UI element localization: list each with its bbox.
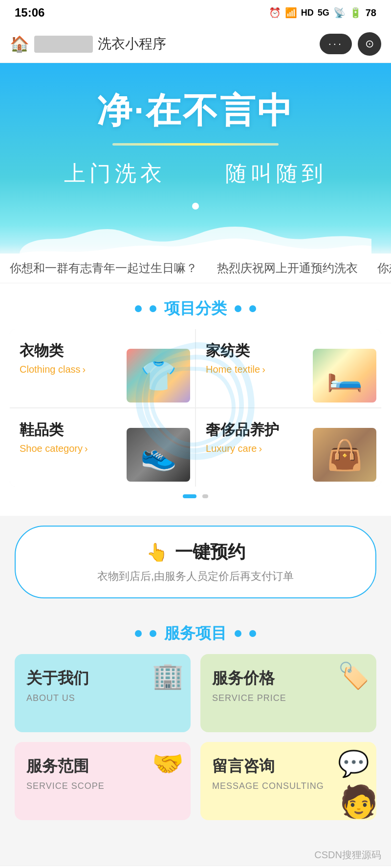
luxury-image: 👜 <box>313 428 376 482</box>
nav-title: 洗衣小程序 <box>98 35 166 53</box>
service-en-about: ABOUT US <box>26 693 181 703</box>
hero-subtitle: 上门洗衣 随叫随到 <box>20 159 371 188</box>
footer-credit: CSDN搜狸源码 <box>0 845 391 866</box>
customer-service-icon: 🧑 <box>339 783 376 820</box>
wifi-icon: 📶 <box>285 7 297 19</box>
hero-main-title: 净·在不言中 <box>20 87 371 134</box>
chat-icon: 💬 <box>338 749 369 779</box>
tab-bar: 🏠 主页 🏪 商城 🎬 直播 📋 订单 👤 我的 <box>0 866 391 868</box>
service-item-price[interactable]: 服务价格 SERVICE PRICE 🏷️ <box>200 654 376 732</box>
service-en-price: SERVICE PRICE <box>212 693 367 703</box>
service-item-message[interactable]: 留言咨询 MESSAGE CONSULTING 💬 🧑 <box>200 742 376 820</box>
service-title-wrap: 服务项目 <box>15 608 376 654</box>
booking-title: 👆 一键预约 <box>35 540 356 564</box>
category-decor-dot-left2 <box>150 305 156 312</box>
hd-label: HD <box>301 8 314 18</box>
marquee-text1: 你想和一群有志青年一起过生日嘛？ 热烈庆祝网上开通预约洗衣 你想和一群有志青年一… <box>10 261 391 275</box>
service-decor-dot-left <box>135 630 142 637</box>
hero-underline <box>112 143 279 146</box>
slide-indicator <box>10 487 381 506</box>
shoes-arrow: › <box>85 443 88 454</box>
hero-dot-1 <box>192 203 199 210</box>
marquee-content: 你想和一群有志青年一起过生日嘛？ 热烈庆祝网上开通预约洗衣 你想和一群有志青年一… <box>10 260 391 276</box>
luxury-arrow: › <box>259 443 262 454</box>
category-title-wrap: 项目分类 <box>10 283 381 329</box>
nav-bar: 🏠 XXXXXX 洗衣小程序 ··· ⊙ <box>0 25 391 63</box>
booking-subtitle: 衣物到店后,由服务人员定价后再支付订单 <box>35 569 356 584</box>
service-decor-dot-left2 <box>150 630 156 637</box>
category-grid: 衣物类 Clothing class › 👕 家纺类 Home textile … <box>10 329 381 487</box>
booking-title-text: 一键预约 <box>175 540 245 564</box>
category-section: 项目分类 衣物类 Clothing class › 👕 <box>0 283 391 516</box>
marquee-bar: 你想和一群有志青年一起过生日嘛？ 热烈庆祝网上开通预约洗衣 你想和一群有志青年一… <box>0 254 391 283</box>
handshake-icon: 🤝 <box>152 749 184 779</box>
service-item-about[interactable]: 关于我们 ABOUT US 🏢 <box>15 654 191 732</box>
shoes-image: 👟 <box>127 428 190 482</box>
service-title: 服务项目 <box>164 623 227 644</box>
status-bar: 15:06 ⏰ 📶 HD 5G 📡 🔋 78 <box>0 0 391 25</box>
service-item-scope[interactable]: 服务范围 SERVICE SCOPE 🤝 <box>15 742 191 820</box>
service-decor-dot-right2 <box>249 630 256 637</box>
service-grid: 关于我们 ABOUT US 🏢 服务价格 SERVICE PRICE 🏷️ 服务… <box>15 654 376 820</box>
nav-dots-button[interactable]: ··· <box>320 34 352 54</box>
building-icon: 🏢 <box>152 661 184 691</box>
signal-icon: 📡 <box>333 7 346 19</box>
nav-left: 🏠 XXXXXX 洗衣小程序 <box>10 35 166 53</box>
footer-text: CSDN搜狸源码 <box>314 849 381 860</box>
nav-camera-button[interactable]: ⊙ <box>358 32 381 56</box>
5g-label: 5G <box>318 8 329 18</box>
slide-dot-inactive <box>202 494 208 498</box>
clothing-arrow: › <box>83 364 86 375</box>
service-en-scope: SERVICE SCOPE <box>26 781 181 791</box>
spacer <box>0 835 391 845</box>
category-item-shoes[interactable]: 鞋品类 Shoe category › 👟 <box>10 408 195 487</box>
hero-sub2: 随叫随到 <box>225 161 327 185</box>
camera-icon: ⊙ <box>365 38 374 50</box>
home-nav-icon[interactable]: 🏠 <box>10 35 29 53</box>
booking-icon: 👆 <box>146 542 168 563</box>
booking-button[interactable]: 👆 一键预约 衣物到店后,由服务人员定价后再支付订单 <box>15 526 376 598</box>
category-title: 项目分类 <box>164 298 227 319</box>
slide-dot-active <box>183 494 196 498</box>
home-textile-image: 🛏️ <box>313 349 376 402</box>
category-item-luxury[interactable]: 奢侈品养护 Luxury care › 👜 <box>196 408 381 487</box>
hero-banner: 净·在不言中 上门洗衣 随叫随到 <box>0 63 391 254</box>
service-section: 服务项目 关于我们 ABOUT US 🏢 服务价格 SERVICE PRICE … <box>0 608 391 835</box>
hero-cloud <box>20 224 371 254</box>
status-time: 15:06 <box>15 6 44 20</box>
nav-right: ··· ⊙ <box>320 32 381 56</box>
category-decor-dot-left <box>135 305 142 312</box>
home-arrow: › <box>262 364 265 375</box>
battery-level: 78 <box>366 7 376 19</box>
price-tag-icon: 🏷️ <box>338 661 369 691</box>
hero-sub1: 上门洗衣 <box>64 161 166 185</box>
nav-blurred-text: XXXXXX <box>34 36 93 53</box>
alarm-icon: ⏰ <box>269 7 281 19</box>
category-item-clothing[interactable]: 衣物类 Clothing class › 👕 <box>10 329 195 407</box>
hero-dot-indicator <box>20 203 371 219</box>
service-decor-dot-right <box>235 630 241 637</box>
booking-section: 👆 一键预约 衣物到店后,由服务人员定价后再支付订单 <box>0 516 391 608</box>
battery-icon: 🔋 <box>349 7 362 19</box>
category-decor-dot-right <box>235 305 241 312</box>
category-decor-dot-right2 <box>249 305 256 312</box>
status-icons: ⏰ 📶 HD 5G 📡 🔋 78 <box>269 7 376 19</box>
clothing-image: 👕 <box>127 349 190 402</box>
category-item-home-textile[interactable]: 家纺类 Home textile › 🛏️ <box>196 329 381 407</box>
